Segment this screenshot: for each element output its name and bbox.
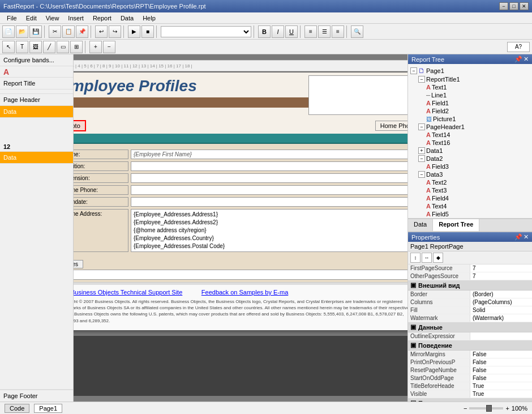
zoom-slider-thumb[interactable] (486, 405, 492, 412)
tree-field3[interactable]: A Field3 (426, 163, 530, 170)
props-val-columns[interactable]: (PageColumns) (470, 298, 532, 306)
rect-button[interactable]: ▭ (57, 41, 69, 53)
zoom-in-button[interactable]: + (89, 41, 102, 53)
copy-button[interactable]: 📋 (62, 25, 75, 38)
props-group-expand-behavior[interactable]: ▣ (410, 342, 416, 349)
text-search-input[interactable] (507, 42, 530, 52)
props-sort-az-button[interactable]: ↕ (410, 253, 421, 263)
tree-close-icon[interactable]: ✕ (524, 56, 529, 63)
bold-button[interactable]: B (258, 25, 271, 38)
tree-text1[interactable]: A Text1 (426, 83, 530, 91)
number-item[interactable]: 12 (0, 118, 73, 152)
tree-report-title1[interactable]: − ReportTitle1 (418, 75, 530, 83)
props-val-fps[interactable]: 7 (470, 264, 532, 272)
props-val-printprev[interactable]: False (470, 358, 532, 366)
page-tab[interactable]: Page1 (34, 404, 62, 413)
zoom-slider[interactable] (469, 407, 503, 409)
props-events-button[interactable]: ◆ (433, 253, 443, 263)
page-footer-item[interactable]: Page Footer (0, 390, 73, 402)
menu-file[interactable]: File (2, 14, 22, 23)
data-item-1[interactable]: Data (0, 106, 73, 118)
tree-field4[interactable]: A Field4 (426, 194, 530, 202)
props-val-fill[interactable]: Solid (470, 306, 532, 314)
tree-line1[interactable]: ─ Line1 (426, 91, 530, 99)
props-val-watermark[interactable]: (Watermark) (470, 314, 532, 322)
tree-text14[interactable]: A Text14 (426, 131, 530, 139)
align-center-button[interactable]: ☰ (318, 25, 331, 38)
line-draw-button[interactable]: ╱ (43, 41, 55, 53)
props-val-visible[interactable]: True (470, 390, 532, 398)
undo-button[interactable]: ↩ (95, 25, 108, 38)
zoom-out-button[interactable]: − (103, 41, 115, 53)
stop-button[interactable]: ■ (141, 25, 154, 38)
close-button[interactable]: ✕ (520, 2, 529, 10)
props-pin-icon[interactable]: 📌 (514, 233, 522, 241)
menu-edit[interactable]: Edit (22, 14, 41, 23)
tree-expand-ph1[interactable]: − (418, 123, 425, 130)
props-group-expand-data[interactable]: ▣ (410, 323, 416, 331)
props-val-outline[interactable] (470, 332, 532, 340)
zoom-in-icon[interactable]: + (505, 405, 509, 412)
tree-text4[interactable]: A Text4 (426, 202, 530, 210)
menu-report[interactable]: Report (88, 14, 116, 23)
menu-help[interactable]: Help (138, 14, 160, 23)
tree-page1[interactable]: − 🗋 Page1 (410, 66, 530, 75)
tree-data1[interactable]: + Data1 (418, 147, 530, 155)
props-val-titlehead[interactable]: True (470, 382, 532, 390)
tab-report-tree[interactable]: Report Tree (433, 219, 479, 231)
zoom-out-icon[interactable]: − (464, 405, 467, 412)
tree-data2[interactable]: − Data2 (418, 155, 530, 163)
cut-button[interactable]: ✂ (49, 25, 61, 38)
align-right-button[interactable]: ≡ (332, 25, 344, 38)
menu-data[interactable]: Data (116, 14, 138, 23)
report-title-item[interactable]: Report Title (0, 78, 73, 89)
props-val-startodd[interactable]: False (470, 374, 532, 382)
tree-expand-d2[interactable]: − (418, 155, 425, 162)
tree-pin-icon[interactable]: 📌 (514, 56, 522, 63)
run-button[interactable]: ▶ (128, 25, 140, 38)
image-button[interactable]: 🖼 (29, 41, 42, 53)
align-left-button[interactable]: ≡ (304, 25, 317, 38)
tree-expand-page1[interactable]: − (410, 67, 417, 74)
code-tab[interactable]: Code (5, 404, 29, 413)
italic-button[interactable]: I (272, 25, 284, 38)
report-area[interactable]: | 1 | 2 | 3 | 4 | 5 | 6 | 7 | 8 | 9 | 10… (74, 54, 407, 402)
props-close-icon[interactable]: ✕ (524, 233, 529, 241)
tool-a-item[interactable]: A (0, 66, 73, 78)
props-controls[interactable]: 📌 ✕ (514, 233, 529, 241)
text-button[interactable]: T (16, 41, 28, 53)
tree-text3[interactable]: A Text3 (426, 186, 530, 194)
tree-pageheader1[interactable]: − PageHeader1 (418, 123, 530, 131)
save-button[interactable]: 💾 (29, 25, 42, 38)
tree-controls[interactable]: 📌 ✕ (514, 56, 529, 63)
tree-text2[interactable]: A Text2 (426, 178, 530, 186)
props-val-ops[interactable]: 7 (470, 272, 532, 280)
menu-insert[interactable]: Insert (63, 14, 88, 23)
footer-link-1[interactable]: Business Objects Technical Support Site (74, 289, 182, 296)
props-val-resetpage[interactable]: False (470, 366, 532, 374)
props-group-button[interactable]: ↔ (422, 253, 432, 263)
new-button[interactable]: 📄 (2, 25, 15, 38)
font-combo[interactable] (161, 26, 251, 37)
tree-text16[interactable]: A Text16 (426, 139, 530, 147)
footer-link-2[interactable]: Feedback on Samples by E-ma (201, 289, 288, 296)
menu-view[interactable]: View (41, 14, 64, 23)
configure-bands-button[interactable]: Configure bands... (0, 54, 73, 66)
search-button[interactable]: 🔍 (351, 25, 363, 38)
tree-expand-rt1[interactable]: − (418, 76, 425, 83)
tree-data3[interactable]: − Data3 (418, 170, 530, 178)
minimize-button[interactable]: − (499, 2, 508, 10)
tree-expand-d1[interactable]: + (418, 147, 425, 154)
props-val-mirror[interactable]: False (470, 351, 532, 358)
paste-button[interactable]: 📌 (76, 25, 88, 38)
pointer-button[interactable]: ↖ (2, 41, 15, 53)
underline-button[interactable]: U (285, 25, 298, 38)
maximize-button[interactable]: □ (509, 2, 518, 10)
window-controls[interactable]: − □ ✕ (499, 2, 529, 10)
page-header-item[interactable]: Page Header (0, 94, 73, 106)
open-button[interactable]: 📂 (16, 25, 28, 38)
redo-button[interactable]: ↪ (109, 25, 121, 38)
tree-picture1[interactable]: 🖼 Picture1 (426, 115, 530, 123)
props-group-expand-appearance[interactable]: ▣ (410, 281, 416, 289)
tab-data[interactable]: Data (408, 219, 433, 231)
